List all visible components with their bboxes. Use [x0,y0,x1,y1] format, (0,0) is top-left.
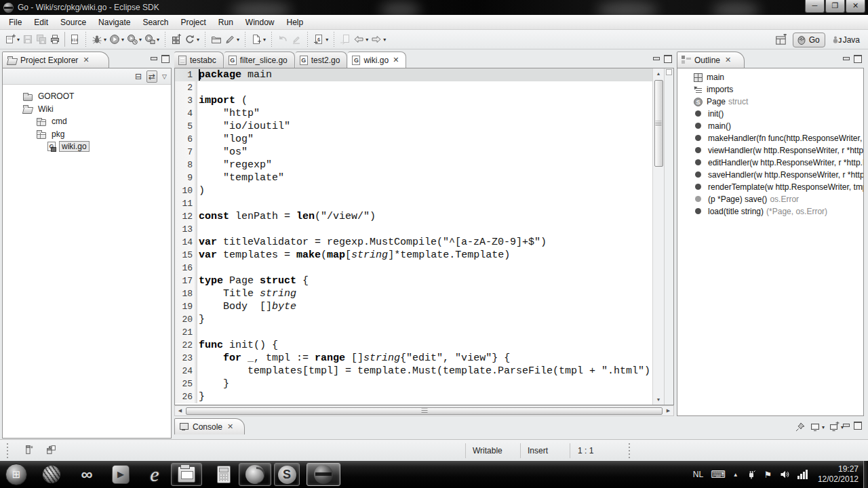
action-center-flag-icon[interactable]: ⚑ [764,470,772,480]
dropdown-arrow-icon[interactable]: ▾ [326,37,328,43]
outline-item[interactable]: init() [677,108,863,120]
tree-item[interactable]: wiki.go [3,140,171,153]
dropdown-arrow-icon[interactable]: ▾ [17,37,20,43]
taskbar-visual-studio-button[interactable]: ∞ [75,463,99,486]
close-view-icon[interactable]: ✕ [83,56,89,64]
view-menu-icon[interactable]: ▽ [161,70,168,83]
display-console-icon[interactable]: ▾ [810,422,825,432]
code-line[interactable]: 22 func init() { [175,339,652,352]
show-desktop-button[interactable] [863,461,868,488]
collapse-all-icon[interactable]: ⊟ [134,70,143,83]
code-line[interactable]: 18 Title string [175,287,652,300]
toolbar-print-button[interactable] [48,32,62,47]
code-line[interactable]: 17 type Page struct { [175,274,652,287]
toolbar-binary-button[interactable] [64,32,81,47]
close-view-icon[interactable]: ✕ [227,422,233,431]
code-line[interactable]: 14 var titleValidator = regexp.MustCompi… [175,236,652,249]
code-line[interactable]: 3 import ( [175,94,652,107]
toolbar-run-button[interactable]: ▾ [108,32,125,47]
overview-ruler[interactable] [664,68,673,405]
taskbar-media-player-button[interactable]: ▶ [110,463,132,486]
taskbar-file-explorer-button[interactable] [171,463,202,486]
taskbar-calculator-button[interactable] [214,463,234,486]
project-explorer-tab[interactable]: Project Explorer ✕ [2,52,109,68]
vertical-scroll-thumb[interactable] [654,80,663,167]
close-view-icon[interactable]: ✕ [725,56,731,64]
toolbar-gofile-button[interactable]: ▾ [312,32,330,47]
code-line[interactable]: 1 package main [175,68,652,81]
code-line[interactable]: 15 var templates = make(map[string]*temp… [175,249,652,262]
scroll-right-icon[interactable]: ▶ [664,407,673,415]
toolbar-refresh-button[interactable]: ▾ [183,32,201,47]
dropdown-arrow-icon[interactable]: ▾ [139,37,142,43]
code-line[interactable]: 7 "os" [175,146,652,159]
restore-view-icon[interactable] [45,444,57,455]
tree-item[interactable]: GOROOT [3,90,171,103]
minimize-view-icon[interactable] [149,54,158,62]
code-line[interactable]: 11 [175,197,652,210]
pin-console-icon[interactable] [795,422,806,432]
editor-vertical-scrollbar[interactable]: ▲ ▼ [652,68,664,405]
outline-tab[interactable]: Outline ✕ [677,52,745,68]
power-plug-icon[interactable] [746,469,757,480]
menu-item[interactable]: Edit [28,16,54,29]
network-signal-icon[interactable] [797,470,808,479]
taskbar-internet-explorer-button[interactable]: e [142,463,167,486]
outline-item[interactable]: main() [677,120,863,132]
scroll-up-icon[interactable]: ▲ [654,69,663,78]
outline-item[interactable]: viewHandler(w http.ResponseWriter, r *ht… [677,144,863,157]
outline-item[interactable]: editHandler(w http.ResponseWriter, r *ht… [677,157,863,169]
toolbar-undo-button[interactable] [276,32,290,47]
close-tab-icon[interactable]: ✕ [393,56,399,64]
code-line[interactable]: 13 [175,223,652,236]
close-window-button[interactable]: ✕ [846,0,865,13]
dropdown-arrow-icon[interactable]: ▾ [104,37,106,43]
outline-item[interactable]: makeHandler(fn func(http.ResponseWriter, [677,132,863,144]
outline-item[interactable]: renderTemplate(w http.ResponseWriter, tm… [677,181,863,193]
minimize-view-icon[interactable] [842,421,850,428]
editor-tab[interactable]: filter_slice.go [224,52,295,68]
code-line[interactable]: 16 [175,262,652,274]
show-hidden-icons[interactable]: ▲ [733,472,738,478]
dropdown-arrow-icon[interactable]: ▾ [121,37,124,43]
maximize-view-icon[interactable] [853,421,862,428]
taskbar-firefox-button[interactable] [239,463,271,486]
open-perspective-icon[interactable] [775,34,787,46]
minimize-view-icon[interactable] [842,54,850,62]
start-button[interactable]: ⊞ [4,462,28,487]
maximize-editor-icon[interactable] [663,54,672,62]
code-line[interactable]: 8 "regexp" [175,159,652,171]
code-line[interactable]: 20 } [175,313,652,326]
toolbar-saveall-button[interactable] [35,32,48,47]
code-line[interactable]: 12 const lenPath = len("/view/") [175,210,652,223]
editor-tab[interactable]: testabc [174,52,224,68]
toolbar-pencil-button[interactable]: ▾ [223,32,241,47]
code-editor[interactable]: 1 package main 2 3 import ( 4 "http" 5 "… [175,68,652,405]
toolbar-back-button[interactable]: ▾ [352,32,370,47]
code-line[interactable]: 21 [175,326,652,339]
minimize-window-button[interactable]: ─ [805,0,825,13]
toolbar-debug-button[interactable]: ▾ [90,32,108,47]
toolbar-newprj-button[interactable] [170,32,183,47]
link-with-editor-icon[interactable]: ⇄ [146,70,157,83]
menu-item[interactable]: Window [239,16,281,29]
outline-item[interactable]: saveHandler(w http.ResponseWriter, r *ht… [677,169,863,181]
perspective-go-button[interactable]: Go [793,33,825,47]
horizontal-scroll-thumb[interactable] [186,407,663,415]
keyboard-layout-icon[interactable]: ⌨ [711,468,726,481]
menu-item[interactable]: Source [54,16,92,29]
code-line[interactable]: 23 for _, tmpl := range []string{"edit",… [175,352,652,365]
maximize-view-icon[interactable] [853,54,862,62]
scroll-left-icon[interactable]: ◀ [176,407,184,415]
fast-view-icon[interactable] [23,444,35,455]
scroll-down-icon[interactable]: ▼ [654,395,663,404]
toolbar-newdoc-button[interactable]: ▾ [250,32,267,47]
editor-tab[interactable]: test2.go [296,52,348,68]
language-indicator[interactable]: NL [693,470,703,479]
menu-item[interactable]: Help [281,16,310,29]
menu-item[interactable]: File [3,16,28,29]
code-line[interactable]: 24 templates[tmpl] = template.Must(templ… [175,365,652,378]
code-line[interactable]: 10 ) [175,184,652,197]
taskbar-network-globe-button[interactable] [41,463,62,486]
console-tab[interactable]: Console ✕ [174,418,245,434]
